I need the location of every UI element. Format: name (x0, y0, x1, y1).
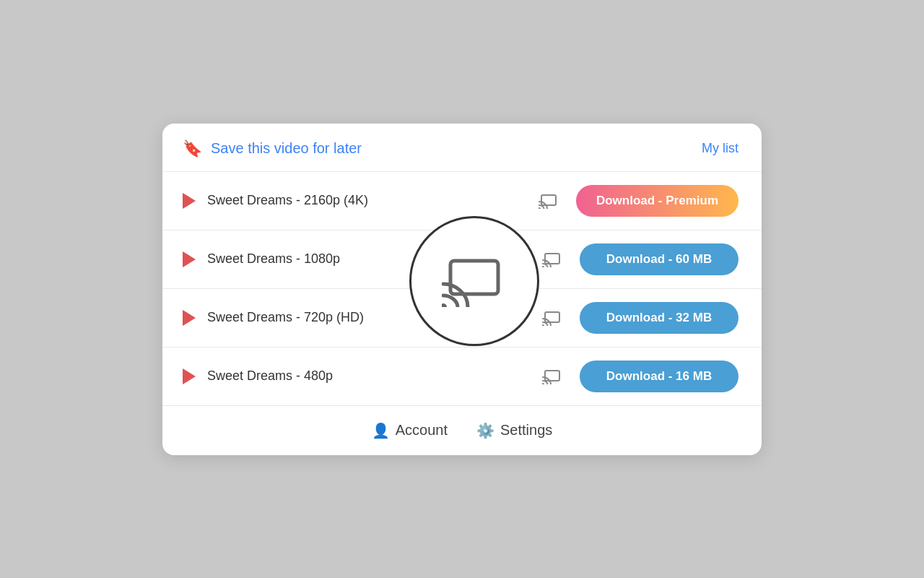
main-card: 🔖 Save this video for later My list Swee… (162, 124, 762, 455)
settings-button[interactable]: ⚙️ Settings (476, 422, 552, 439)
video-title-4k: Sweet Dreams - 2160p (4K) (207, 193, 539, 208)
video-title-480p: Sweet Dreams - 480p (207, 368, 542, 384)
play-icon-1080p[interactable] (183, 251, 196, 267)
account-label: Account (396, 422, 448, 439)
video-row-4k: Sweet Dreams - 2160p (4K) Download - Pre… (162, 172, 762, 230)
bookmark-icon: 🔖 (183, 139, 202, 158)
video-row-480p: Sweet Dreams - 480p Download - 16 MB (162, 348, 762, 405)
video-title-1080p: Sweet Dreams - 1080p (207, 251, 542, 267)
card-footer: 👤 Account ⚙️ Settings (162, 405, 762, 455)
account-icon: 👤 (372, 422, 390, 439)
video-row-720p: Sweet Dreams - 720p (HD) Download - 32 M… (162, 289, 762, 348)
svg-rect-4 (545, 312, 559, 322)
cast-icon-720p[interactable] (542, 310, 562, 326)
cast-icon-480p[interactable] (542, 368, 562, 384)
settings-label: Settings (500, 422, 552, 439)
play-icon-4k[interactable] (183, 193, 196, 209)
download-60mb-button[interactable]: Download - 60 MB (580, 243, 738, 275)
download-16mb-button[interactable]: Download - 16 MB (580, 361, 738, 392)
svg-rect-6 (545, 371, 559, 381)
play-icon-720p[interactable] (183, 310, 196, 326)
card-header: 🔖 Save this video for later My list (162, 124, 762, 172)
cast-icon-4k[interactable] (539, 193, 559, 209)
video-row-1080p: Sweet Dreams - 1080p Download - 60 MB (162, 230, 762, 289)
my-list-link[interactable]: My list (702, 141, 738, 156)
video-title-720p: Sweet Dreams - 720p (HD) (207, 310, 542, 325)
video-rows-container: Sweet Dreams - 2160p (4K) Download - Pre… (162, 172, 762, 405)
header-left: 🔖 Save this video for later (183, 139, 362, 158)
download-32mb-button[interactable]: Download - 32 MB (580, 302, 738, 334)
svg-point-5 (542, 324, 544, 326)
cast-icon-1080p[interactable] (542, 251, 562, 267)
svg-point-7 (542, 383, 544, 384)
save-video-text[interactable]: Save this video for later (211, 140, 362, 157)
svg-point-3 (542, 266, 544, 267)
svg-rect-0 (541, 195, 556, 205)
settings-icon: ⚙️ (476, 422, 494, 439)
svg-rect-2 (545, 254, 559, 264)
play-icon-480p[interactable] (183, 368, 196, 384)
download-premium-button[interactable]: Download - Premium (576, 185, 738, 217)
svg-point-1 (539, 207, 541, 209)
account-button[interactable]: 👤 Account (372, 422, 448, 439)
